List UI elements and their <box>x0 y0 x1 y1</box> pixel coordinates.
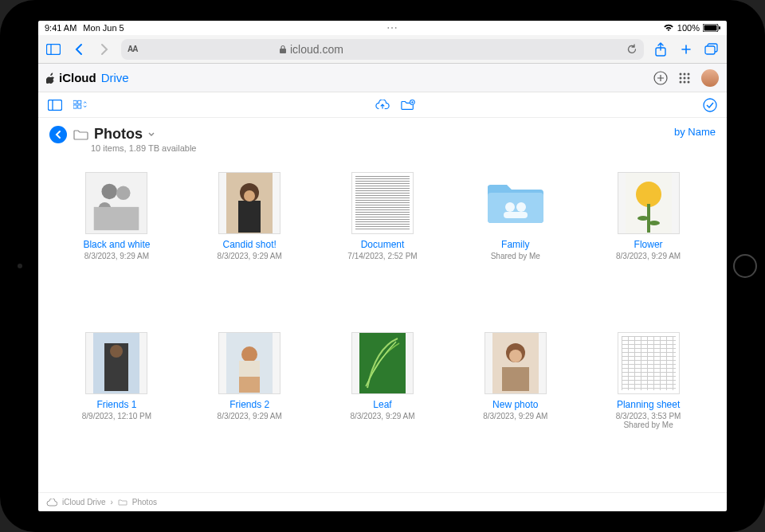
svg-rect-39 <box>504 212 528 218</box>
reload-icon[interactable] <box>626 44 638 55</box>
svg-point-10 <box>680 72 682 75</box>
file-item[interactable]: Friends 1 8/9/2023, 12:10 PM <box>54 332 179 485</box>
svg-point-12 <box>688 72 690 75</box>
file-item[interactable]: Document 7/14/2023, 2:52 PM <box>320 172 445 316</box>
file-meta: 8/3/2023, 3:53 PM <box>616 412 681 421</box>
file-name: Planning sheet <box>617 399 680 410</box>
file-meta: 8/3/2023, 9:29 AM <box>350 412 414 421</box>
svg-point-49 <box>241 346 257 362</box>
chevron-down-icon[interactable] <box>147 131 155 138</box>
safari-toolbar: AA icloud.com <box>38 35 727 64</box>
file-item[interactable]: New photo 8/3/2023, 9:29 AM <box>453 332 578 485</box>
file-item[interactable]: Planning sheet 8/3/2023, 3:53 PM Shared … <box>586 332 711 485</box>
file-meta: 8/3/2023, 9:29 AM <box>483 412 547 421</box>
cloud-icon <box>46 499 57 507</box>
select-check-icon[interactable] <box>703 98 717 112</box>
svg-rect-8 <box>705 46 715 54</box>
content: Photos 10 items, 1.89 TB available by Na… <box>38 118 727 511</box>
thumb-photo <box>218 172 280 234</box>
file-meta: 8/3/2023, 9:29 AM <box>84 252 149 260</box>
sidebar-panel-icon[interactable] <box>48 98 62 112</box>
address-bar[interactable]: AA icloud.com <box>121 39 644 60</box>
svg-point-26 <box>704 99 716 111</box>
thumb-spreadsheet <box>618 332 680 394</box>
thumb-photo <box>351 332 414 394</box>
svg-rect-3 <box>47 44 61 54</box>
file-item[interactable]: Candid shot! 8/3/2023, 9:29 AM <box>187 172 312 316</box>
camera-dot <box>18 264 22 268</box>
breadcrumb-current[interactable]: Photos <box>132 498 157 507</box>
forward-icon <box>96 41 113 58</box>
file-item[interactable]: Leaf 8/3/2023, 9:29 AM <box>320 332 445 485</box>
file-item[interactable]: Family Shared by Me <box>453 172 578 316</box>
svg-point-14 <box>684 76 686 79</box>
user-avatar[interactable] <box>701 69 719 87</box>
view-options-icon[interactable] <box>73 98 88 112</box>
folder-icon <box>73 128 89 141</box>
new-folder-icon[interactable] <box>401 98 415 112</box>
file-meta-2: Shared by Me <box>623 421 673 429</box>
breadcrumb-root[interactable]: iCloud Drive <box>62 498 105 507</box>
file-item[interactable]: Black and white 8/3/2023, 9:29 AM <box>54 172 179 316</box>
reader-icon[interactable]: AA <box>128 45 137 53</box>
new-tab-icon[interactable] <box>677 41 695 58</box>
battery-icon <box>703 24 720 32</box>
app-toolbar <box>38 92 727 118</box>
file-item[interactable]: Flower 8/3/2023, 9:29 AM <box>586 172 711 316</box>
sort-button[interactable]: by Name <box>674 126 716 138</box>
thumb-photo <box>618 172 680 234</box>
sidebar-toggle-icon[interactable] <box>45 41 62 58</box>
breadcrumb-sep: › <box>110 498 112 507</box>
lock-icon <box>279 45 287 54</box>
svg-point-38 <box>516 202 526 212</box>
status-date: Mon Jun 5 <box>83 23 124 33</box>
file-name: Black and white <box>83 239 150 250</box>
svg-rect-56 <box>502 367 529 391</box>
svg-point-13 <box>680 76 682 79</box>
svg-point-17 <box>684 80 686 83</box>
battery-pct: 100% <box>677 23 700 33</box>
svg-point-35 <box>244 190 255 201</box>
svg-point-43 <box>638 216 649 221</box>
svg-rect-34 <box>238 201 261 233</box>
thumb-folder <box>484 172 547 234</box>
back-icon[interactable] <box>70 41 88 58</box>
add-circle-icon[interactable] <box>653 71 668 85</box>
svg-point-44 <box>649 221 660 225</box>
file-name: Document <box>361 239 405 250</box>
svg-point-15 <box>688 76 690 79</box>
file-meta: 8/3/2023, 9:29 AM <box>218 252 282 260</box>
svg-rect-36 <box>488 193 543 223</box>
breadcrumb-folder-icon <box>118 499 128 506</box>
folder-subtitle: 10 items, 1.89 TB available <box>91 143 196 153</box>
file-name: New photo <box>492 399 538 410</box>
icloud-logo[interactable]: iCloud Drive <box>46 71 129 84</box>
file-name: Friends 2 <box>230 399 269 410</box>
thumb-photo <box>218 332 280 394</box>
apps-grid-icon[interactable] <box>677 71 692 85</box>
back-button[interactable] <box>49 126 67 143</box>
home-button[interactable] <box>733 254 757 278</box>
file-meta: 8/3/2023, 9:29 AM <box>616 252 681 260</box>
share-icon[interactable] <box>652 41 669 58</box>
thumb-document <box>351 172 414 234</box>
upload-cloud-icon[interactable] <box>375 98 390 112</box>
tabs-icon[interactable] <box>703 41 720 58</box>
file-name: Candid shot! <box>223 239 277 250</box>
wifi-icon <box>663 24 674 32</box>
svg-point-41 <box>636 182 661 207</box>
folder-header: Photos 10 items, 1.89 TB available by Na… <box>38 118 727 153</box>
file-meta: 7/14/2023, 2:52 PM <box>347 252 417 260</box>
file-name: Family <box>501 239 529 250</box>
svg-point-47 <box>110 345 123 358</box>
file-item[interactable]: Friends 2 8/3/2023, 9:29 AM <box>187 332 312 485</box>
file-grid: Black and white 8/3/2023, 9:29 AM Candid… <box>38 153 727 492</box>
svg-rect-21 <box>73 100 76 104</box>
svg-point-16 <box>680 80 682 83</box>
status-grabber: ⋯ <box>124 22 663 34</box>
svg-rect-5 <box>280 49 286 53</box>
thumb-photo <box>85 172 147 234</box>
address-text: icloud.com <box>290 43 343 56</box>
file-meta: Shared by Me <box>491 252 540 260</box>
svg-point-18 <box>688 80 690 83</box>
